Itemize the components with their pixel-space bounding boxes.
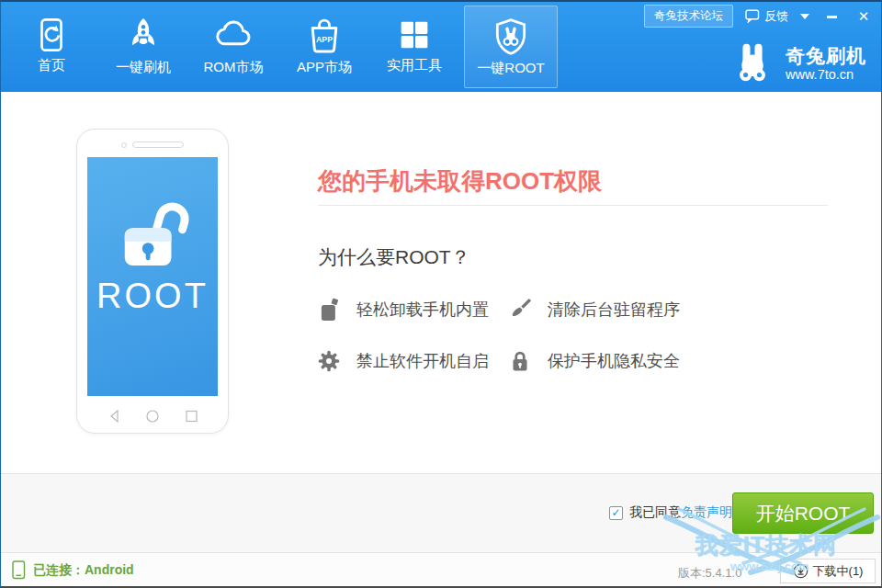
tab-rom-market[interactable]: ROM市场 [189, 6, 277, 88]
tab-home[interactable]: 首页 [17, 6, 85, 88]
rabbit-logo-icon [728, 39, 777, 88]
grid-tools-icon [395, 16, 434, 54]
unlocked-padlock-icon [112, 198, 193, 269]
download-status-button[interactable]: 下载中(1) [780, 559, 876, 583]
feature-uninstall: 轻松卸载手机内置 [315, 296, 489, 323]
tab-label: 一键刷机 [100, 59, 187, 76]
download-status-text: 下载中(1) [813, 563, 864, 580]
root-status-title: 您的手机未取得ROOT权限 [318, 165, 602, 198]
phone-nav-buttons [77, 409, 228, 424]
tab-label: 实用工具 [372, 57, 457, 74]
feedback-button[interactable]: 反馈 [745, 8, 788, 25]
rocket-icon [123, 16, 164, 56]
tab-label: APP市场 [280, 59, 368, 76]
titlebar: 奇兔技术论坛 反馈 ✕ [644, 5, 874, 28]
svg-text:APP: APP [316, 35, 333, 44]
tab-flash[interactable]: 一键刷机 [100, 6, 187, 88]
home-phone-refresh-icon [32, 16, 71, 54]
speech-bubble-icon [745, 9, 760, 23]
feature-label: 保护手机隐私安全 [548, 350, 680, 372]
feature-autostart: 禁止软件开机自启 [315, 347, 489, 375]
feature-privacy: 保护手机隐私安全 [506, 347, 680, 375]
why-root-heading: 为什么要ROOT？ [318, 244, 470, 270]
logo-name: 奇兔刷机 [786, 45, 866, 67]
gear-icon [315, 347, 343, 375]
agree-checkbox[interactable]: ✓ [609, 506, 623, 520]
logo-site-url: www.7to.cn [786, 67, 866, 82]
shopping-bag-app-icon: APP [304, 16, 345, 56]
header-nav: 首页 一键刷机 ROM市场 APP [1, 2, 881, 92]
uninstall-box-icon [315, 296, 343, 323]
minimize-button[interactable] [821, 8, 842, 25]
tab-tools[interactable]: 实用工具 [372, 6, 457, 88]
tab-label: 一键ROOT [465, 60, 557, 77]
phone-earpiece [121, 141, 184, 148]
tab-app-market[interactable]: APP APP市场 [280, 6, 368, 88]
tab-root[interactable]: 一键ROOT [464, 6, 558, 88]
download-circle-icon [793, 563, 808, 579]
phone-screen: ROOT [87, 157, 218, 396]
brush-icon [506, 296, 534, 323]
lock-icon [506, 347, 534, 375]
feedback-label: 反馈 [764, 8, 788, 25]
phone-connected-icon [12, 560, 26, 580]
shield-rabbit-icon [491, 17, 531, 57]
feature-label: 清除后台驻留程序 [548, 299, 680, 321]
phone-illustration: ROOT [76, 129, 229, 434]
app-logo: 奇兔刷机 www.7to.cn [728, 39, 866, 88]
start-root-button[interactable]: 开始ROOT [732, 492, 874, 534]
cloud-icon [212, 16, 254, 56]
section-divider [318, 205, 828, 206]
speaker-bar [132, 141, 184, 148]
minimize-icon [827, 16, 837, 18]
connection-status: 已连接：Android [12, 560, 134, 580]
feature-label: 禁止软件开机自启 [356, 350, 489, 372]
check-icon: ✓ [610, 507, 622, 519]
close-button[interactable]: ✕ [854, 8, 874, 25]
disclaimer-link[interactable]: 免责声明 [681, 504, 732, 521]
agree-text: 我已同意 [629, 504, 681, 521]
app-window: 首页 一键刷机 ROM市场 APP [0, 0, 882, 588]
phone-screen-root-label: ROOT [96, 277, 209, 316]
tab-label: 首页 [17, 57, 85, 74]
dropdown-caret-icon[interactable] [800, 14, 809, 24]
android-nav-icons [97, 409, 208, 424]
agreement-row: ✓ 我已同意免责声明 [609, 504, 732, 521]
connection-text: 已连接：Android [33, 562, 134, 579]
feature-label: 轻松卸载手机内置 [356, 299, 489, 321]
forum-button[interactable]: 奇兔技术论坛 [644, 5, 733, 28]
version-label: 版本:5.4.1.0 [678, 565, 741, 582]
feature-clean: 清除后台驻留程序 [506, 296, 680, 323]
tab-label: ROM市场 [189, 59, 277, 76]
camera-dot [121, 142, 127, 148]
